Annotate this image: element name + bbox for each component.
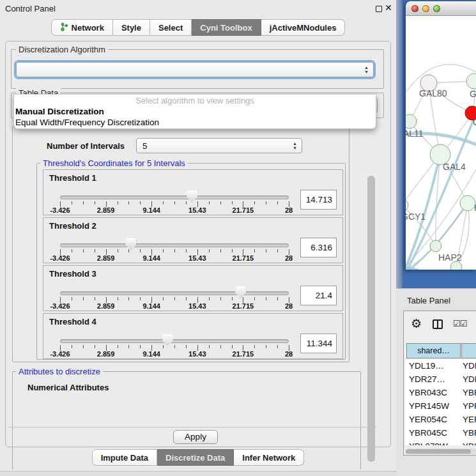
tick-label: 9.144 [142, 350, 160, 358]
table-cell: YBL079W [409, 440, 460, 445]
network-node[interactable] [450, 261, 462, 270]
table-row[interactable]: YBL079WYBL07 [405, 440, 476, 445]
node-label: GAL11 [406, 128, 424, 139]
table-row[interactable]: YBR043CYBR04 [405, 387, 476, 400]
node-label: C [473, 117, 476, 127]
screenshot-stage: Control Panel ✕ NetworkStyleSelectCyni T… [0, 0, 476, 476]
table-cell: YPR145W [409, 400, 460, 413]
tick-label: -3.426 [50, 350, 70, 358]
threshold-value-field[interactable]: 14.713 [300, 190, 337, 210]
tab-select[interactable]: Select [150, 19, 192, 36]
combo-arrows-icon: ▲▼ [293, 141, 297, 150]
top-tab-bar: NetworkStyleSelectCyni ToolboxjActiveMNo… [0, 19, 396, 36]
node-label: HAP2 [438, 252, 462, 263]
node-label: GCY1 [406, 211, 426, 222]
algorithm-combobox[interactable]: ▲▼ [16, 62, 374, 77]
threshold-value-field[interactable]: 6.316 [300, 238, 337, 257]
threshold-panel-2: Threshold 2-3.4262.8599.14415.4321.71528… [43, 217, 343, 263]
numerical-attributes-label: Numerical Attributes [27, 383, 109, 392]
select-columns-checkboxes-icon[interactable]: ☑☑ [453, 319, 466, 328]
table-cell: YBL07 [463, 440, 476, 445]
table-cell: YER05 [463, 413, 476, 427]
node-attribute-table: shared…nameYDL19…YDL19YDR27…YDR27YBR043C… [405, 343, 476, 445]
table-panel-title: Table Panel [407, 296, 450, 305]
tab-label: Infer Network [242, 453, 295, 463]
network-icon [60, 22, 68, 33]
table-row[interactable]: YBR045CYBR04 [405, 427, 476, 440]
tab-impute-data[interactable]: Impute Data [92, 449, 157, 466]
panel-bottom-strip [0, 471, 396, 476]
table-row[interactable]: YDL19…YDL19 [405, 360, 476, 373]
scrollbar-thumb[interactable] [367, 176, 375, 462]
dropdown-option-equal-width[interactable]: Equal Width/Frequency Discretization [15, 118, 373, 128]
tab-cyni-toolbox[interactable]: Cyni Toolbox [192, 19, 261, 36]
gear-icon[interactable]: ⚙ [411, 316, 422, 331]
tick-label: 2.859 [97, 254, 115, 262]
slider-track[interactable] [60, 291, 289, 295]
thresholds-title: Threshold's Coordinates for 5 Intervals [40, 158, 188, 168]
table-cell: YER054C [409, 413, 460, 427]
column-header-name[interactable]: name [461, 343, 476, 358]
threshold-label: Threshold 4 [49, 317, 96, 326]
number-of-intervals-label: Number of Intervals [47, 141, 125, 151]
tick-label: -3.426 [50, 254, 70, 262]
number-of-intervals-combobox[interactable]: 5 ▲▼ [136, 138, 302, 153]
close-icon[interactable]: ✕ [385, 3, 392, 13]
network-view-window: GAL80GALCGAL11GAL4GCY1HHAP2 [406, 1, 476, 270]
tick-label: 21.715 [233, 254, 254, 262]
network-canvas[interactable]: GAL80GALCGAL11GAL4GCY1HHAP2 [406, 16, 476, 270]
network-window-titlebar[interactable] [406, 1, 476, 16]
dropdown-option-manual[interactable]: Manual Discretization [15, 107, 373, 118]
zoom-traffic-light-icon[interactable] [433, 5, 440, 12]
tab-style[interactable]: Style [113, 19, 150, 36]
apply-button[interactable]: Apply [173, 430, 218, 444]
tab-jactivemnodules[interactable]: jActiveMNodules [261, 19, 346, 36]
split-columns-icon[interactable] [433, 319, 443, 329]
float-icon[interactable] [376, 6, 382, 12]
table-row[interactable]: YER054CYER05 [405, 413, 476, 427]
slider-track[interactable] [60, 196, 289, 199]
table-row[interactable]: YDR27…YDR27 [405, 373, 476, 387]
threshold-panel-1: Threshold 1-3.4262.8599.14415.4321.71528… [43, 169, 343, 215]
tick-label: 28 [285, 350, 293, 358]
threshold-label: Threshold 1 [49, 173, 96, 183]
tab-label: Network [72, 23, 104, 33]
network-node-hap2[interactable] [430, 240, 441, 252]
tab-infer-network[interactable]: Infer Network [234, 449, 304, 466]
threshold-value-field[interactable]: 21.4 [300, 286, 337, 305]
threshold-value-field[interactable]: 11.344 [300, 334, 337, 353]
algorithm-dropdown-popup: Select algorithm to view settings Manual… [13, 94, 376, 129]
slider-track[interactable] [60, 339, 289, 343]
number-of-intervals-value: 5 [142, 141, 147, 151]
slider-track[interactable] [60, 243, 289, 247]
table-toolbar: ⚙ ☑☑ [404, 311, 476, 342]
main-window-region: GAL80GALCGAL11GAL4GCY1HHAP2 Table Panel … [396, 0, 476, 476]
minimize-traffic-light-icon[interactable] [422, 5, 429, 12]
tick-label: -3.426 [50, 206, 70, 214]
table-horizontal-scrollbar[interactable] [405, 449, 476, 454]
panel-title: Control Panel [5, 4, 56, 13]
scrollbar-thumb[interactable] [406, 449, 471, 454]
tick-label: 15.43 [188, 302, 206, 310]
tick-label: 21.715 [233, 350, 254, 358]
tick-label: 2.859 [97, 302, 115, 310]
tick-label: 9.144 [142, 302, 160, 310]
tick-label: 21.715 [233, 206, 254, 214]
tab-network[interactable]: Network [51, 19, 113, 36]
table-cell: YDL19 [463, 360, 476, 373]
threshold-label: Threshold 3 [49, 269, 96, 279]
dropdown-hint: Select algorithm to view settings [14, 96, 376, 105]
close-traffic-light-icon[interactable] [411, 5, 418, 12]
window-edge-strip [396, 0, 403, 288]
settings-vertical-scrollbar[interactable] [367, 123, 376, 466]
network-node-h[interactable] [460, 196, 475, 211]
table-cell: YDR27… [409, 373, 460, 387]
tab-discretize-data[interactable]: Discretize Data [157, 449, 234, 466]
network-node-gal11[interactable] [406, 114, 417, 128]
column-header-shared-name[interactable]: shared… [406, 343, 461, 358]
tick-label: 15.43 [188, 350, 206, 358]
table-row[interactable]: YPR145WYPR14 [405, 400, 476, 413]
table-cell: YBR04 [463, 387, 476, 400]
network-node-gal[interactable] [466, 73, 476, 89]
slider-tick-labels: -3.4262.8599.14415.4321.71528 [60, 254, 289, 262]
